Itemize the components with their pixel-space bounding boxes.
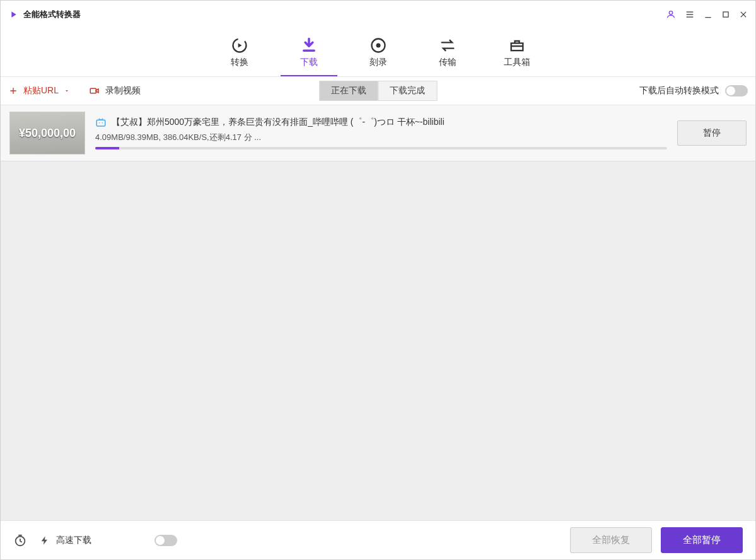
- download-icon: [300, 37, 318, 54]
- svg-point-8: [99, 122, 100, 124]
- bolt-icon: [40, 535, 50, 545]
- record-video-label: 录制视频: [105, 85, 141, 96]
- paste-url-label: 粘贴URL: [23, 85, 59, 96]
- download-progress-fill: [95, 147, 119, 149]
- tab-label: 传输: [439, 57, 457, 68]
- bilibili-icon: [95, 117, 107, 128]
- schedule-icon[interactable]: [13, 534, 27, 547]
- svg-rect-6: [90, 88, 96, 93]
- download-progress-bar: [95, 147, 667, 149]
- auto-convert-label: 下载后自动转换模式: [639, 85, 719, 96]
- thumbnail-text: ¥50,000,00: [19, 127, 76, 140]
- toolbar-left: 粘贴URL 录制视频: [8, 85, 141, 96]
- sub-tabs: 正在下载 下载完成: [319, 81, 437, 101]
- pause-button[interactable]: 暂停: [677, 120, 747, 146]
- high-speed-download: 高速下载: [40, 535, 91, 546]
- svg-point-4: [376, 44, 380, 48]
- video-thumbnail[interactable]: ¥50,000,00: [9, 112, 85, 155]
- transfer-icon: [439, 37, 457, 54]
- tab-convert[interactable]: 转换: [205, 28, 274, 76]
- high-speed-toggle[interactable]: [154, 535, 177, 546]
- tab-label: 工具箱: [504, 57, 530, 68]
- maximize-icon[interactable]: [721, 10, 730, 19]
- toolbar-right: 下载后自动转换模式: [639, 85, 748, 96]
- sub-tab-completed[interactable]: 下载完成: [378, 81, 437, 101]
- chevron-down-icon: [64, 88, 70, 94]
- sub-tab-downloading[interactable]: 正在下载: [319, 81, 378, 101]
- high-speed-label: 高速下载: [56, 535, 91, 546]
- app-logo-icon: [8, 9, 18, 20]
- download-item-status: 4.09MB/98.39MB, 386.04KB/S,还剩4.17 分 ...: [95, 132, 667, 143]
- svg-rect-7: [96, 120, 105, 126]
- auto-convert-toggle[interactable]: [725, 85, 748, 96]
- app-title: 全能格式转换器: [23, 9, 81, 20]
- tab-download[interactable]: 下载: [274, 28, 344, 76]
- titlebar: 全能格式转换器: [1, 1, 755, 28]
- svg-point-0: [669, 11, 672, 15]
- toolbox-icon: [508, 37, 526, 54]
- window-controls: [666, 9, 748, 20]
- menu-icon[interactable]: [685, 9, 695, 20]
- tab-label: 下载: [300, 57, 318, 68]
- minimize-icon[interactable]: [704, 10, 712, 19]
- bottombar: 高速下载 全部恢复 全部暂停: [1, 520, 755, 559]
- burn-icon: [369, 37, 387, 54]
- toolbar: 粘贴URL 录制视频 正在下载 下载完成 下载后自动转换模式: [1, 76, 755, 105]
- user-icon[interactable]: [666, 9, 676, 20]
- app-title-group: 全能格式转换器: [8, 9, 81, 20]
- resume-all-button[interactable]: 全部恢复: [570, 527, 652, 553]
- tab-transfer[interactable]: 传输: [413, 28, 482, 76]
- download-list: ¥50,000,00 【艾叔】郑州5000万豪宅里，养条巨贵有没有排面_哔哩哔哩…: [1, 105, 755, 520]
- record-video-button[interactable]: 录制视频: [89, 85, 141, 96]
- main-tabs: 转换 下载 刻录 传输 工具箱: [1, 28, 755, 76]
- bottombar-right: 全部恢复 全部暂停: [570, 527, 743, 553]
- bottombar-left: 高速下载: [13, 534, 177, 547]
- pause-all-button[interactable]: 全部暂停: [661, 527, 743, 553]
- download-item-title: 【艾叔】郑州5000万豪宅里，养条巨贵有没有排面_哔哩哔哩 (゜-゜)つロ 干杯…: [112, 117, 445, 128]
- tab-toolbox[interactable]: 工具箱: [482, 28, 552, 76]
- close-icon[interactable]: [739, 10, 748, 19]
- svg-rect-1: [723, 12, 728, 17]
- paste-url-button[interactable]: 粘贴URL: [8, 85, 70, 96]
- download-item-info: 【艾叔】郑州5000万豪宅里，养条巨贵有没有排面_哔哩哔哩 (゜-゜)つロ 干杯…: [95, 117, 667, 149]
- tab-burn[interactable]: 刻录: [344, 28, 413, 76]
- svg-point-9: [102, 122, 103, 124]
- plus-icon: [8, 86, 18, 96]
- download-item: ¥50,000,00 【艾叔】郑州5000万豪宅里，养条巨贵有没有排面_哔哩哔哩…: [1, 105, 755, 161]
- convert-icon: [231, 37, 248, 54]
- tab-label: 转换: [231, 57, 248, 68]
- tab-label: 刻录: [369, 57, 387, 68]
- camera-icon: [89, 85, 100, 96]
